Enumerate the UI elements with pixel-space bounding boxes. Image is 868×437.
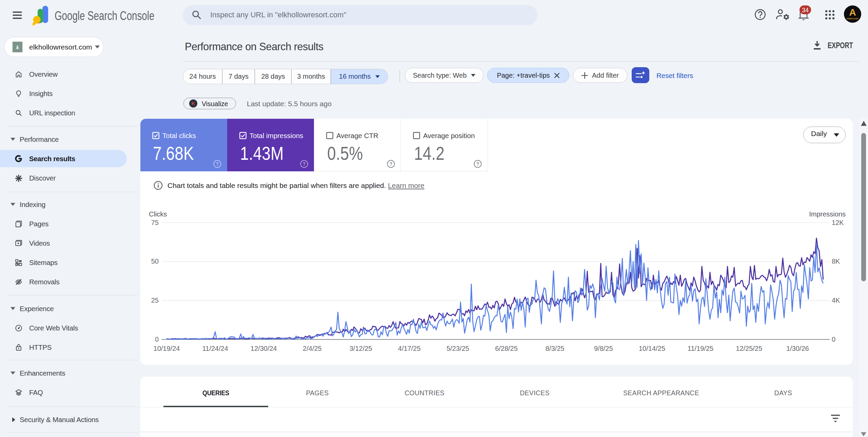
svg-text:8K: 8K (832, 258, 840, 265)
svg-text:9/8/25: 9/8/25 (594, 345, 613, 352)
svg-text:34: 34 (802, 7, 809, 14)
svg-text:6/28/25: 6/28/25 (495, 345, 518, 352)
svg-text:12/25/25: 12/25/25 (736, 345, 762, 352)
svg-text:3/12/25: 3/12/25 (350, 345, 372, 352)
svg-text:12K: 12K (832, 219, 844, 226)
svg-text:?: ? (476, 161, 479, 167)
svg-text:0: 0 (155, 336, 159, 343)
svg-text:5/23/25: 5/23/25 (447, 345, 469, 352)
svg-text:2/4/25: 2/4/25 (303, 345, 322, 352)
svg-text:11/19/25: 11/19/25 (688, 345, 713, 352)
svg-text:0: 0 (832, 336, 835, 343)
svg-text:75: 75 (151, 219, 159, 226)
svg-text:?: ? (303, 161, 306, 167)
svg-text:12/30/24: 12/30/24 (251, 345, 277, 352)
svg-text:10/14/25: 10/14/25 (639, 345, 665, 352)
svg-text:Impressions: Impressions (809, 210, 846, 218)
svg-text:?: ? (390, 161, 393, 167)
svg-text:50: 50 (151, 258, 159, 265)
svg-text:8/3/25: 8/3/25 (546, 345, 565, 352)
svg-text:?: ? (216, 161, 219, 167)
svg-text:10/19/24: 10/19/24 (154, 345, 180, 352)
svg-text:11/24/24: 11/24/24 (202, 345, 228, 352)
svg-text:Clicks: Clicks (149, 210, 167, 218)
svg-text:4K: 4K (832, 297, 840, 304)
svg-text:4/17/25: 4/17/25 (398, 345, 421, 352)
svg-text:1/30/26: 1/30/26 (786, 345, 809, 352)
svg-text:25: 25 (151, 297, 159, 304)
